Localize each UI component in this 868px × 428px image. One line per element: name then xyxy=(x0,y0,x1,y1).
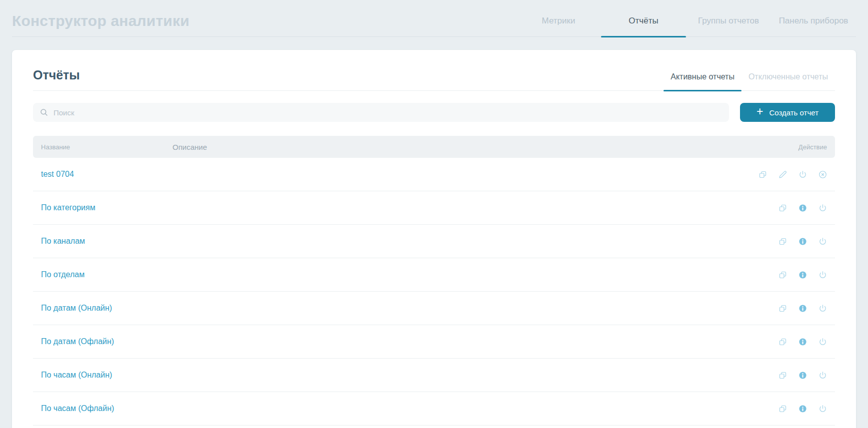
reports-table: Название Описание Действие test 0704По к… xyxy=(33,136,835,426)
row-actions xyxy=(737,204,827,212)
create-report-label: Создать отчет xyxy=(769,108,818,117)
row-actions xyxy=(737,338,827,346)
report-link[interactable]: test 0704 xyxy=(41,170,74,178)
column-header-action: Действие xyxy=(737,143,827,151)
table-row: По отделам xyxy=(33,258,835,292)
report-filter-tabs: Активные отчетыОтключенные отчеты xyxy=(664,72,835,90)
report-name-cell: По категориям xyxy=(41,203,172,212)
page-title: Конструктор аналитики xyxy=(12,7,190,29)
table-row: По каналам xyxy=(33,225,835,258)
row-actions xyxy=(737,170,827,179)
report-link[interactable]: По категориям xyxy=(41,203,96,212)
copy-icon[interactable] xyxy=(758,170,767,179)
nav-tab-2[interactable]: Группы отчетов xyxy=(686,0,771,36)
power-icon[interactable] xyxy=(818,237,827,246)
report-link[interactable]: По часам (Офлайн) xyxy=(41,404,114,413)
reports-table-body: test 0704По категориямПо каналамПо отдел… xyxy=(33,158,835,426)
row-actions xyxy=(737,304,827,313)
report-name-cell: По отделам xyxy=(41,270,172,279)
row-actions xyxy=(737,405,827,413)
power-icon[interactable] xyxy=(818,371,827,380)
info-icon[interactable] xyxy=(798,338,807,346)
search-box[interactable] xyxy=(33,103,729,122)
info-icon[interactable] xyxy=(798,237,807,246)
report-name-cell: test 0704 xyxy=(41,170,172,179)
column-header-description: Описание xyxy=(172,143,737,151)
power-icon[interactable] xyxy=(818,405,827,413)
power-icon[interactable] xyxy=(818,204,827,212)
row-actions xyxy=(737,237,827,246)
copy-icon[interactable] xyxy=(778,338,787,346)
table-row: По часам (Онлайн) xyxy=(33,359,835,392)
info-icon[interactable] xyxy=(798,405,807,413)
nav-tab-0[interactable]: Метрики xyxy=(516,0,601,36)
info-icon[interactable] xyxy=(798,204,807,212)
edit-icon[interactable] xyxy=(778,170,787,179)
reports-card: Отчёты Активные отчетыОтключенные отчеты… xyxy=(12,50,856,428)
report-name-cell: По часам (Онлайн) xyxy=(41,371,172,380)
power-icon[interactable] xyxy=(798,170,807,179)
info-icon[interactable] xyxy=(798,371,807,380)
copy-icon[interactable] xyxy=(778,237,787,246)
row-actions xyxy=(737,371,827,380)
table-row: По категориям xyxy=(33,191,835,225)
report-filter-tab-0[interactable]: Активные отчеты xyxy=(664,72,742,90)
copy-icon[interactable] xyxy=(778,271,787,279)
create-report-button[interactable]: + Создать отчет xyxy=(740,103,835,122)
search-input[interactable] xyxy=(54,108,722,117)
panel-title: Отчёты xyxy=(33,68,80,90)
table-row: test 0704 xyxy=(33,158,835,191)
reports-card-head: Отчёты Активные отчетыОтключенные отчеты xyxy=(33,50,835,91)
report-name-cell: По датам (Онлайн) xyxy=(41,304,172,313)
reports-table-header: Название Описание Действие xyxy=(33,136,835,158)
column-header-name: Название xyxy=(41,143,172,151)
copy-icon[interactable] xyxy=(778,304,787,313)
plus-icon: + xyxy=(756,106,763,117)
table-row: По часам (Офлайн) xyxy=(33,392,835,426)
power-icon[interactable] xyxy=(818,338,827,346)
power-icon[interactable] xyxy=(818,304,827,313)
report-link[interactable]: По датам (Онлайн) xyxy=(41,304,112,312)
power-icon[interactable] xyxy=(818,271,827,279)
report-link[interactable]: По часам (Онлайн) xyxy=(41,371,112,379)
row-actions xyxy=(737,271,827,279)
info-icon[interactable] xyxy=(798,304,807,313)
copy-icon[interactable] xyxy=(778,204,787,212)
table-row: По датам (Офлайн) xyxy=(33,325,835,359)
reports-toolbar: + Создать отчет xyxy=(33,103,835,122)
top-nav: МетрикиОтчётыГруппы отчетовПанель прибор… xyxy=(516,0,856,36)
copy-icon[interactable] xyxy=(778,371,787,380)
report-name-cell: По часам (Офлайн) xyxy=(41,404,172,413)
search-icon xyxy=(40,108,48,117)
app-root: Конструктор аналитики МетрикиОтчётыГрупп… xyxy=(0,0,868,37)
report-name-cell: По датам (Офлайн) xyxy=(41,337,172,346)
report-link[interactable]: По отделам xyxy=(41,270,84,279)
info-icon[interactable] xyxy=(798,271,807,279)
page-header: Конструктор аналитики МетрикиОтчётыГрупп… xyxy=(12,0,856,37)
report-link[interactable]: По датам (Офлайн) xyxy=(41,337,114,346)
nav-tab-3[interactable]: Панель приборов xyxy=(771,0,856,36)
table-row: По датам (Онлайн) xyxy=(33,292,835,325)
report-filter-tab-1[interactable]: Отключенные отчеты xyxy=(742,72,835,90)
nav-tab-1[interactable]: Отчёты xyxy=(601,0,686,36)
report-link[interactable]: По каналам xyxy=(41,237,85,245)
block-icon[interactable] xyxy=(818,170,827,179)
copy-icon[interactable] xyxy=(778,405,787,413)
report-name-cell: По каналам xyxy=(41,237,172,246)
